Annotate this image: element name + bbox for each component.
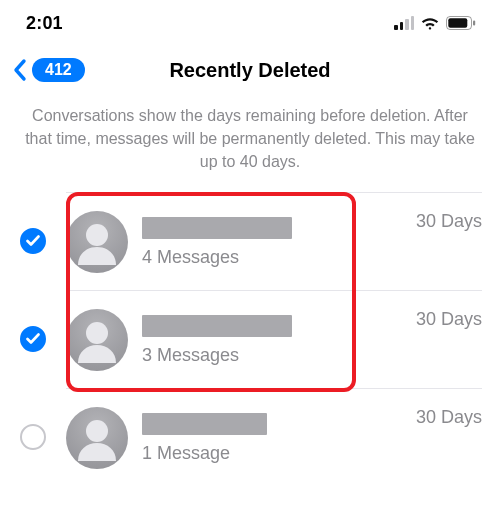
- conversation-list: 4 Messages30 Days3 Messages30 Days1 Mess…: [0, 192, 500, 486]
- unchecked-circle-icon: [20, 424, 46, 450]
- status-bar: 2:01: [0, 0, 500, 46]
- list-item[interactable]: 4 Messages30 Days: [0, 192, 500, 290]
- back-button[interactable]: 412: [12, 58, 85, 82]
- chevron-left-icon: [12, 58, 28, 82]
- row-body: 1 Message30 Days: [66, 388, 482, 486]
- days-remaining: 30 Days: [416, 293, 482, 330]
- back-count-badge: 412: [32, 58, 85, 82]
- nav-bar: 412 Recently Deleted: [0, 46, 500, 94]
- avatar: [66, 309, 128, 371]
- avatar: [66, 211, 128, 273]
- selection-checkbox[interactable]: [0, 424, 66, 450]
- row-body: 4 Messages30 Days: [66, 192, 482, 290]
- battery-icon: [446, 16, 476, 30]
- message-count: 3 Messages: [142, 345, 402, 366]
- avatar: [66, 407, 128, 469]
- svg-point-5: [86, 420, 108, 442]
- contact-name-redacted: [142, 217, 292, 239]
- svg-point-3: [86, 224, 108, 246]
- list-item[interactable]: 1 Message30 Days: [0, 388, 500, 486]
- row-text: 4 Messages: [142, 217, 402, 268]
- days-remaining: 30 Days: [416, 391, 482, 428]
- status-indicators: [394, 16, 476, 30]
- selection-checkbox[interactable]: [0, 228, 66, 254]
- selection-checkbox[interactable]: [0, 326, 66, 352]
- svg-point-4: [86, 322, 108, 344]
- wifi-icon: [420, 16, 440, 30]
- checkmark-icon: [20, 228, 46, 254]
- explainer-text: Conversations show the days remaining be…: [0, 94, 500, 192]
- row-text: 1 Message: [142, 413, 402, 464]
- message-count: 1 Message: [142, 443, 402, 464]
- message-count: 4 Messages: [142, 247, 402, 268]
- list-item[interactable]: 3 Messages30 Days: [0, 290, 500, 388]
- days-remaining: 30 Days: [416, 195, 482, 232]
- row-body: 3 Messages30 Days: [66, 290, 482, 388]
- status-time: 2:01: [26, 13, 63, 34]
- contact-name-redacted: [142, 413, 267, 435]
- cellular-icon: [394, 16, 414, 30]
- contact-name-redacted: [142, 315, 292, 337]
- svg-rect-1: [448, 18, 467, 27]
- checkmark-icon: [20, 326, 46, 352]
- svg-rect-2: [473, 21, 475, 26]
- row-text: 3 Messages: [142, 315, 402, 366]
